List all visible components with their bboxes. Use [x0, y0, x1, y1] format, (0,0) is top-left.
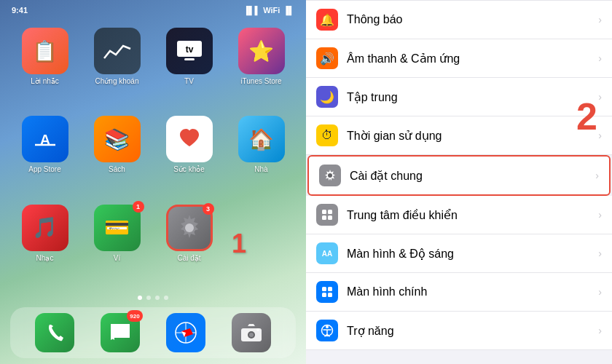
thong-bao-icon: 🔔 — [316, 9, 338, 31]
status-time: 9:41 — [12, 6, 28, 15]
thong-bao-chevron: › — [598, 14, 602, 25]
svg-rect-20 — [328, 215, 332, 220]
app-tv[interactable]: tv TV — [157, 28, 221, 107]
tro-nang-icon — [316, 320, 338, 341]
settings-panel: 🔔 Thông báo › 🔊 Âm thanh & Cảm ứng › 🌙 T… — [306, 0, 612, 364]
settings-item-thong-bao[interactable]: 🔔 Thông báo › — [306, 0, 612, 39]
app-itunes[interactable]: ⭐ iTunes Store — [230, 28, 293, 107]
nha-label: Nhà — [254, 165, 267, 173]
camera-icon — [232, 313, 271, 352]
svg-text:tv: tv — [185, 44, 193, 55]
loi-nhac-icon: 📋 — [22, 28, 68, 74]
app-vi[interactable]: 1 💳 Ví — [85, 205, 149, 284]
svg-point-14 — [249, 333, 254, 337]
dot-2 — [146, 296, 151, 300]
app-store-icon: A — [22, 116, 68, 162]
dock: 920 — [10, 307, 296, 358]
settings-item-tro-nang[interactable]: Trợ năng › — [306, 312, 612, 350]
app-chung-khoan[interactable]: Chứng khoán — [85, 28, 149, 107]
battery-icon: ▐▌ — [283, 6, 294, 15]
svg-rect-19 — [322, 215, 326, 220]
phone-icon — [35, 313, 74, 352]
am-thanh-icon: 🔊 — [316, 47, 338, 69]
svg-rect-24 — [328, 293, 332, 297]
app-cai-dat[interactable]: 3 1 Cài đặt — [157, 205, 221, 284]
tv-label: TV — [184, 77, 194, 85]
trung-tam-chevron: › — [598, 209, 602, 221]
app-icons-grid: 📋 Lời nhắc Chứng khoán tv TV ⭐ iTunes St… — [0, 20, 306, 291]
nhac-label: Nhạc — [36, 254, 54, 262]
app-nhac[interactable]: 🎵 Nhạc — [13, 205, 76, 284]
thoi-gian-label: Thời gian sử dụng — [347, 129, 589, 143]
safari-icon — [166, 313, 205, 352]
suc-khoe-icon — [166, 116, 213, 162]
nhac-icon: 🎵 — [22, 205, 68, 251]
app-store-label: App Store — [28, 165, 60, 173]
page-dots — [0, 291, 306, 304]
svg-rect-22 — [328, 287, 332, 291]
dock-safari[interactable] — [166, 313, 205, 352]
app-app-store[interactable]: A App Store — [13, 116, 76, 195]
sach-icon: 📚 — [94, 116, 141, 162]
dot-4 — [164, 296, 168, 300]
settings-item-thoi-gian[interactable]: ⏱ Thời gian sử dụng › 2 — [306, 116, 612, 155]
tap-trung-label: Tập trung — [347, 90, 589, 104]
app-loi-nhac[interactable]: 📋 Lời nhắc — [13, 28, 76, 107]
dock-camera[interactable] — [232, 313, 271, 352]
nha-icon: 🏠 — [238, 116, 285, 162]
tro-nang-chevron: › — [598, 325, 602, 336]
chung-khoan-label: Chứng khoán — [95, 77, 139, 85]
empty-cell — [230, 205, 293, 284]
tap-trung-icon: 🌙 — [316, 86, 338, 108]
svg-rect-2 — [184, 58, 195, 60]
app-sach[interactable]: 📚 Sách — [85, 116, 149, 195]
thong-bao-label: Thông báo — [347, 13, 589, 26]
man-hinh-do-sang-label: Màn hình & Độ sáng — [347, 247, 589, 261]
status-icons: ▐▌▌ WiFi ▐▌ — [243, 6, 294, 15]
man-hinh-chinh-chevron: › — [598, 286, 602, 298]
man-hinh-chinh-label: Màn hình chính — [347, 285, 589, 298]
svg-point-15 — [256, 328, 259, 331]
settings-item-tap-trung[interactable]: 🌙 Tập trung › — [306, 78, 612, 116]
thoi-gian-icon: ⏱ — [316, 124, 338, 146]
cai-dat-chung-chevron: › — [595, 170, 599, 181]
messages-badge: 920 — [127, 310, 143, 322]
settings-item-man-hinh-do-sang[interactable]: AA Màn hình & Độ sáng › — [306, 234, 612, 273]
settings-item-man-hinh-chinh[interactable]: Màn hình chính › — [306, 273, 612, 312]
tap-trung-chevron: › — [598, 91, 602, 103]
thoi-gian-chevron: › — [598, 130, 602, 141]
am-thanh-chevron: › — [598, 52, 602, 64]
trung-tam-label: Trung tâm điều khiển — [347, 208, 589, 222]
man-hinh-do-sang-icon: AA — [316, 242, 338, 264]
dock-phone[interactable] — [35, 313, 74, 352]
settings-list: 🔔 Thông báo › 🔊 Âm thanh & Cảm ứng › 🌙 T… — [306, 0, 612, 364]
svg-point-16 — [328, 173, 332, 178]
wifi-icon: WiFi — [263, 6, 280, 15]
svg-point-25 — [326, 325, 329, 328]
dot-3 — [155, 296, 160, 300]
vi-icon: 1 💳 — [94, 205, 141, 251]
svg-rect-23 — [322, 293, 326, 297]
settings-item-am-thanh[interactable]: 🔊 Âm thanh & Cảm ứng › — [306, 39, 612, 78]
step-2-number: 2 — [576, 95, 597, 138]
dot-1 — [138, 296, 142, 300]
cai-dat-chung-label: Cài đặt chung — [350, 169, 586, 183]
signal-icon: ▐▌▌ — [243, 6, 260, 15]
app-suc-khoe[interactable]: Sức khỏe — [157, 116, 221, 195]
status-bar: 9:41 ▐▌▌ WiFi ▐▌ — [0, 0, 306, 20]
dock-messages[interactable]: 920 — [101, 313, 140, 352]
settings-item-cai-dat-chung[interactable]: Cài đặt chung › — [307, 155, 611, 196]
svg-rect-17 — [322, 210, 326, 214]
itunes-icon: ⭐ — [238, 28, 285, 74]
cai-dat-badge: 3 — [203, 203, 214, 215]
cai-dat-label: Cài đặt — [177, 254, 200, 262]
trung-tam-icon — [316, 204, 338, 226]
tv-icon: tv — [166, 28, 213, 74]
tro-nang-label: Trợ năng — [347, 324, 589, 338]
app-nha[interactable]: 🏠 Nhà — [230, 116, 293, 195]
settings-item-trung-tam[interactable]: Trung tâm điều khiển › — [306, 196, 612, 234]
svg-rect-21 — [322, 287, 326, 291]
man-hinh-do-sang-chevron: › — [598, 248, 602, 259]
suc-khoe-label: Sức khỏe — [173, 165, 205, 173]
cai-dat-chung-icon — [319, 165, 341, 186]
